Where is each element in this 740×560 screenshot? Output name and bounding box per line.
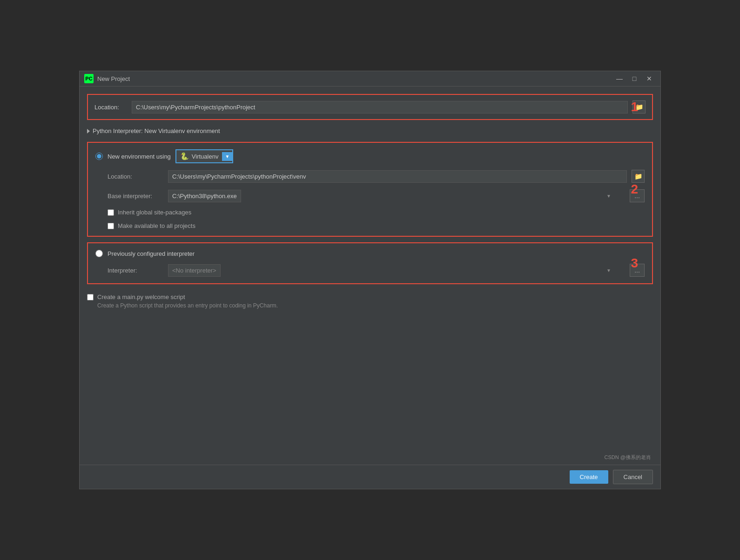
main-py-checkbox-row: Create a main.py welcome script bbox=[87, 293, 653, 300]
base-interpreter-label: Base interpreter: bbox=[108, 193, 163, 200]
venv-location-label: Location: bbox=[108, 173, 163, 180]
collapse-triangle[interactable] bbox=[87, 129, 90, 133]
virtualenv-dropdown-content: 🐍 Virtualenv bbox=[176, 150, 222, 162]
location-input[interactable] bbox=[132, 101, 628, 113]
dialog-title: New Project bbox=[97, 75, 609, 82]
main-py-checkbox[interactable] bbox=[87, 294, 94, 300]
main-py-description: Create a Python script that provides an … bbox=[87, 302, 653, 309]
available-checkbox-row: Make available to all projects bbox=[95, 222, 645, 229]
virtualenv-label: Virtualenv bbox=[192, 153, 219, 160]
venv-browse-button[interactable]: 📁 bbox=[632, 170, 645, 183]
badge-1: 1 bbox=[631, 100, 638, 114]
cancel-button[interactable]: Cancel bbox=[613, 470, 653, 484]
watermark: CSDN @佛系的老肖 bbox=[605, 454, 651, 461]
new-env-label: New environment using bbox=[108, 153, 171, 160]
section-new-env: New environment using 🐍 Virtualenv ▼ Loc… bbox=[87, 142, 653, 237]
location-label: Location: bbox=[94, 104, 127, 111]
venv-location-input[interactable] bbox=[168, 170, 627, 183]
badge-3: 3 bbox=[631, 256, 638, 271]
section-location: Location: 📁 1 bbox=[87, 94, 653, 120]
close-button[interactable]: ✕ bbox=[643, 74, 656, 83]
virtualenv-dropdown: 🐍 Virtualenv ▼ bbox=[175, 149, 233, 163]
dialog-content: Location: 📁 1 Python Interpreter: New Vi… bbox=[80, 87, 660, 465]
venv-location-row: Location: 📁 bbox=[95, 170, 645, 183]
interpreter-select[interactable]: <No interpreter> bbox=[168, 264, 221, 277]
interpreter-label: Interpreter: bbox=[108, 267, 163, 274]
prev-interp-label: Previously configured interpreter bbox=[108, 250, 195, 257]
minimize-button[interactable]: — bbox=[613, 74, 626, 83]
base-interpreter-row: Base interpreter: C:\Python38\python.exe… bbox=[95, 189, 645, 202]
interpreter-header: Python Interpreter: New Virtualenv envir… bbox=[87, 126, 653, 136]
inherit-checkbox[interactable] bbox=[108, 209, 114, 216]
new-env-radio-row: New environment using 🐍 Virtualenv ▼ bbox=[95, 149, 645, 163]
inherit-label: Inherit global site-packages bbox=[118, 209, 191, 216]
folder-icon-2: 📁 bbox=[634, 173, 642, 180]
section-prev-interp: Previously configured interpreter Interp… bbox=[87, 242, 653, 284]
virtualenv-dropdown-arrow[interactable]: ▼ bbox=[222, 152, 232, 161]
available-checkbox[interactable] bbox=[108, 223, 114, 229]
maximize-button[interactable]: □ bbox=[628, 74, 641, 83]
create-main-py-section: Create a main.py welcome script Create a… bbox=[87, 290, 653, 313]
base-interpreter-select[interactable]: C:\Python38\python.exe bbox=[168, 190, 241, 202]
badge-2: 2 bbox=[631, 182, 638, 197]
virtualenv-python-icon: 🐍 bbox=[180, 152, 189, 160]
prev-interp-radio[interactable] bbox=[95, 250, 103, 257]
interpreter-header-label: Python Interpreter: New Virtualenv envir… bbox=[93, 127, 220, 134]
app-icon: PC bbox=[84, 74, 94, 83]
titlebar: PC New Project — □ ✕ bbox=[80, 71, 660, 87]
interpreter-select-wrapper: <No interpreter> bbox=[168, 264, 625, 277]
main-py-label: Create a main.py welcome script bbox=[97, 293, 185, 300]
dialog-footer: Create Cancel bbox=[80, 465, 660, 489]
new-project-dialog: PC New Project — □ ✕ Location: 📁 1 Pytho… bbox=[79, 71, 661, 489]
window-controls: — □ ✕ bbox=[613, 74, 656, 83]
base-interpreter-select-wrapper: C:\Python38\python.exe bbox=[168, 190, 625, 202]
interpreter-select-row: Interpreter: <No interpreter> ... bbox=[95, 264, 645, 277]
create-button[interactable]: Create bbox=[570, 470, 608, 484]
new-env-radio[interactable] bbox=[95, 153, 103, 160]
available-label: Make available to all projects bbox=[118, 222, 195, 229]
inherit-checkbox-row: Inherit global site-packages bbox=[95, 209, 645, 216]
prev-interp-radio-row: Previously configured interpreter bbox=[95, 250, 645, 257]
